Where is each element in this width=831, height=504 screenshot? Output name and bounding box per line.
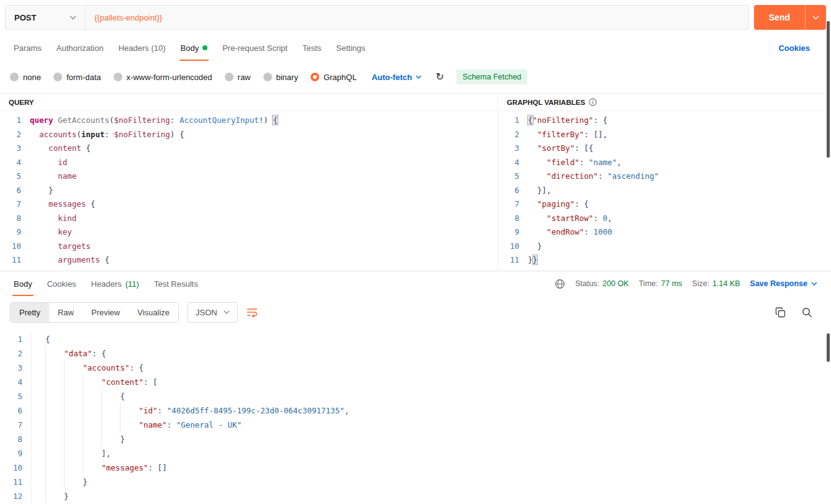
line-number: 5 [0, 389, 31, 403]
radio-dot [225, 73, 234, 81]
line-number: 2 [0, 346, 31, 361]
code-line: 11}} [498, 253, 831, 268]
size-indicator: Size: 1.14 KB [692, 279, 740, 288]
radio-form-data[interactable]: form-data [53, 73, 101, 82]
line-number: 7 [0, 418, 31, 432]
chevron-down-icon [224, 310, 230, 314]
view-preview[interactable]: Preview [83, 303, 129, 322]
code-line: 5 "direction": "ascending" [498, 169, 831, 184]
code-line: 12 } [0, 489, 831, 503]
radio-raw[interactable]: raw [225, 73, 251, 82]
send-button[interactable]: Send [754, 5, 826, 30]
response-body-editor[interactable]: 1{2 "data": {3 "accounts": {4 "content":… [0, 328, 831, 504]
line-number: 6 [0, 403, 31, 418]
variables-panel: GRAPHQL VARIABLES 1{"noFiltering": {2 "f… [498, 94, 831, 271]
response-tab-body[interactable]: Body [6, 271, 40, 296]
query-panel: QUERY 1query GetAccounts($noFiltering: A… [0, 94, 498, 271]
view-visualize[interactable]: Visualize [129, 303, 178, 322]
radio-x-www-form-urlencoded[interactable]: x-www-form-urlencoded [114, 73, 212, 82]
code-line: 6 "id": "4026d5ff-8495-199c-23d0-064c309… [0, 403, 831, 418]
response-tab-test-results[interactable]: Test Results [147, 271, 206, 296]
request-tabs: Params Authorization Headers (10) Body P… [0, 35, 831, 61]
format-select[interactable]: JSON [188, 302, 238, 323]
body-type-bar: none form-data x-www-form-urlencoded raw… [0, 61, 831, 93]
code-line: 8 "startRow": 0, [498, 212, 831, 226]
tab-authorization[interactable]: Authorization [49, 35, 111, 61]
line-number: 2 [0, 128, 30, 142]
line-number: 8 [0, 212, 30, 226]
status-value: 200 OK [602, 279, 629, 288]
line-number: 10 [0, 461, 31, 475]
code-line: 2 "filterBy": [], [498, 128, 831, 142]
headers-count: (11) [125, 279, 139, 289]
line-number: 4 [498, 156, 528, 170]
tab-tests[interactable]: Tests [295, 35, 329, 61]
response-toolbar: Pretty Raw Preview Visualize JSON [0, 296, 831, 328]
refresh-schema-icon[interactable]: ↻ [435, 72, 443, 82]
tab-body[interactable]: Body [173, 35, 216, 61]
wrap-line-icon[interactable] [247, 307, 258, 317]
line-number: 7 [498, 197, 528, 212]
chevron-down-icon [812, 16, 819, 20]
code-line: 7 "paging": { [498, 197, 831, 212]
view-pretty[interactable]: Pretty [11, 303, 49, 322]
code-line: 4 "content": [ [0, 375, 831, 389]
response-body-wrap: 1{2 "data": {3 "accounts": {4 "content":… [0, 328, 831, 504]
line-number: 3 [0, 361, 31, 375]
line-number: 2 [498, 128, 528, 142]
tab-params[interactable]: Params [6, 35, 49, 61]
radio-graphql[interactable]: GraphQL [311, 73, 356, 82]
line-number: 1 [498, 114, 528, 128]
code-line: 4 id [0, 156, 497, 170]
tab-pre-request-script[interactable]: Pre-request Script [215, 35, 295, 61]
chevron-down-icon [811, 282, 817, 286]
auto-fetch-dropdown[interactable]: Auto-fetch [371, 73, 422, 82]
code-line: 11 } [0, 475, 831, 489]
url-input[interactable]: {{pallets-endpoint}} [85, 6, 748, 29]
query-panel-title: QUERY [9, 99, 34, 106]
line-number: 10 [498, 240, 528, 254]
response-meta: Status: 200 OK Time: 77 ms Size: 1.14 KB… [555, 279, 825, 289]
time-indicator: Time: 77 ms [638, 279, 682, 288]
response-tabs: Body Cookies Headers (11) Test Results S… [0, 271, 831, 296]
code-line: 9 "endRow": 1000 [498, 225, 831, 240]
response-tab-cookies[interactable]: Cookies [40, 271, 84, 296]
request-bar: POST {{pallets-endpoint}} Send [0, 0, 831, 35]
line-number: 3 [0, 142, 30, 156]
line-number: 4 [0, 156, 30, 170]
body-modified-dot [202, 45, 207, 50]
vertical-scrollbar[interactable] [827, 333, 830, 362]
radio-dot [114, 73, 122, 81]
radio-binary[interactable]: binary [263, 73, 298, 82]
save-response-button[interactable]: Save Response [750, 279, 817, 288]
line-number: 11 [0, 253, 30, 268]
method-selector[interactable]: POST [6, 6, 85, 29]
code-line: 10 targets [0, 240, 497, 254]
query-editor[interactable]: 1query GetAccounts($noFiltering: Account… [0, 111, 497, 271]
cookies-link[interactable]: Cookies [778, 43, 825, 53]
view-mode-switcher: Pretty Raw Preview Visualize [10, 302, 179, 323]
graphql-panels: QUERY 1query GetAccounts($noFiltering: A… [0, 93, 831, 271]
code-line: 3 "accounts": { [0, 361, 831, 375]
tab-headers[interactable]: Headers (10) [111, 35, 173, 61]
code-line: 11 arguments { [0, 253, 497, 268]
info-icon[interactable] [589, 98, 597, 106]
view-raw[interactable]: Raw [49, 303, 83, 322]
line-number: 3 [498, 142, 528, 156]
radio-none[interactable]: none [10, 73, 41, 82]
radio-dot [263, 73, 272, 81]
copy-icon[interactable] [775, 307, 786, 318]
response-tab-headers[interactable]: Headers (11) [84, 271, 147, 296]
vertical-scrollbar[interactable] [827, 21, 830, 158]
code-line: 2 accounts(input: $noFiltering) { [0, 128, 497, 142]
line-number: 6 [498, 184, 528, 198]
line-number: 8 [0, 432, 31, 446]
send-label[interactable]: Send [754, 5, 805, 30]
code-line: 7 messages { [0, 197, 497, 212]
network-icon[interactable] [555, 279, 565, 289]
search-icon[interactable] [802, 307, 812, 318]
code-line: 10 "messages": [] [0, 461, 831, 475]
variables-editor[interactable]: 1{"noFiltering": {2 "filterBy": [],3 "so… [498, 111, 831, 271]
tab-settings[interactable]: Settings [329, 35, 373, 61]
send-options-button[interactable] [805, 5, 826, 30]
